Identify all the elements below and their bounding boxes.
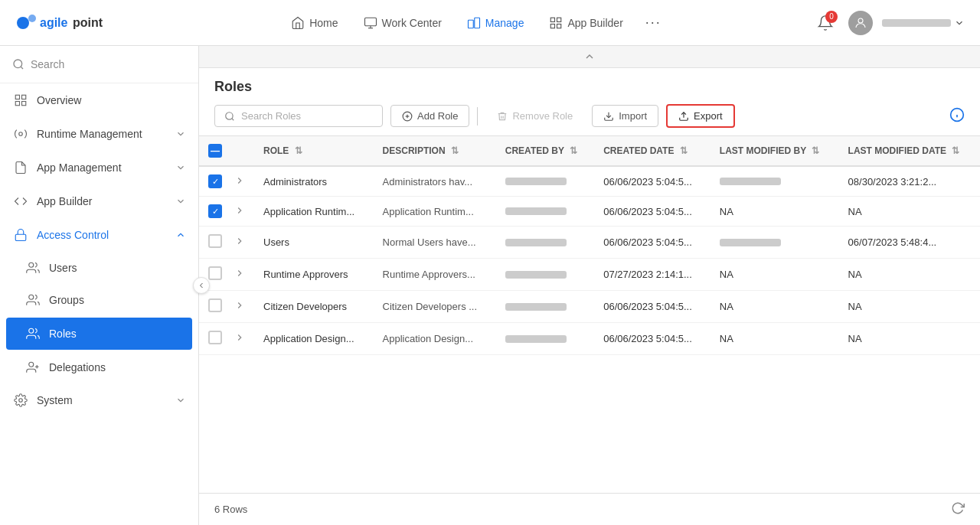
bell-button[interactable]: 0 [812, 9, 839, 37]
role-name: Application Design... [254, 323, 374, 355]
main-content: Roles Search Roles Add Role [199, 46, 980, 525]
svg-point-1 [28, 15, 36, 22]
sort-icon-role[interactable]: ⇅ [295, 145, 302, 156]
nav-home[interactable]: Home [280, 10, 348, 36]
expand-cell[interactable] [231, 227, 254, 259]
svg-rect-17 [22, 95, 26, 99]
last-modified-date: NA [839, 197, 980, 227]
refresh-button[interactable] [951, 501, 965, 517]
table-footer: 6 Rows [199, 493, 980, 525]
export-icon [678, 111, 689, 122]
svg-line-15 [21, 67, 23, 69]
search-roles-box[interactable]: Search Roles [214, 105, 383, 127]
row-checkbox[interactable] [208, 331, 222, 344]
sidebar-item-app-management[interactable]: App Management [0, 151, 198, 184]
sidebar-collapse-button[interactable] [193, 277, 210, 294]
expand-cell[interactable] [231, 291, 254, 323]
svg-point-25 [29, 362, 34, 367]
created-by [496, 291, 594, 323]
import-button[interactable]: Import [592, 105, 658, 127]
sort-icon-last-modified-by[interactable]: ⇅ [812, 145, 819, 156]
sidebar-item-overview[interactable]: Overview [0, 83, 198, 117]
user-avatar[interactable] [848, 11, 873, 35]
row-checkbox[interactable] [208, 298, 222, 312]
sort-icon-last-modified-date[interactable]: ⇅ [952, 145, 959, 156]
add-role-button[interactable]: Add Role [390, 105, 469, 127]
svg-text:agile: agile [40, 16, 68, 29]
row-checkbox[interactable]: ✓ [208, 174, 222, 188]
user-name-blurred [882, 19, 951, 27]
table-row[interactable]: UsersNormal Users have...06/06/2023 5:04… [199, 227, 980, 259]
role-name: Users [254, 227, 374, 259]
last-modified-date: 08/30/2023 3:21:2... [839, 166, 980, 197]
row-checkbox[interactable]: ✓ [208, 204, 222, 218]
table-row[interactable]: ✓AdministratorsAdministrators hav...06/0… [199, 166, 980, 197]
table-row[interactable]: Runtime ApproversRuntime Approvers...07/… [199, 259, 980, 291]
expand-cell[interactable] [231, 197, 254, 227]
sort-icon-created-by[interactable]: ⇅ [570, 145, 577, 156]
sidebar: Search Overview Runtime Management App M… [0, 46, 199, 525]
roles-panel: Roles Search Roles Add Role [199, 68, 980, 525]
svg-text:point: point [73, 16, 103, 29]
sidebar-sub-item-roles[interactable]: Roles [6, 318, 192, 350]
bell-badge: 0 [825, 11, 838, 23]
remove-role-button[interactable]: Remove Role [485, 105, 584, 127]
sidebar-sub-item-delegations[interactable]: Delegations [0, 351, 198, 383]
sidebar-item-system[interactable]: System [0, 383, 198, 417]
created-date: 06/06/2023 5:04:5... [594, 166, 710, 197]
sidebar-sub-item-users[interactable]: Users [0, 252, 198, 284]
role-description: Administrators hav... [374, 166, 496, 197]
svg-rect-12 [551, 24, 555, 28]
delegations-icon [24, 359, 41, 376]
trash-icon [497, 111, 508, 122]
system-icon [12, 392, 29, 409]
expand-cell[interactable] [231, 323, 254, 355]
sidebar-sub-item-groups[interactable]: Groups [0, 284, 198, 316]
last-modified-date: NA [839, 323, 980, 355]
svg-rect-7 [468, 20, 473, 28]
app-management-icon [12, 159, 29, 176]
chevron-down-icon [175, 196, 186, 207]
nav-app-builder[interactable]: App Builder [538, 10, 633, 36]
svg-point-0 [17, 17, 29, 29]
info-button[interactable] [949, 107, 965, 125]
table-row[interactable]: ✓Application Runtim...Application Runtim… [199, 197, 980, 227]
logo[interactable]: agile point [15, 11, 122, 35]
svg-point-23 [29, 295, 34, 299]
row-checkbox[interactable] [208, 266, 222, 280]
role-name: Runtime Approvers [254, 259, 374, 291]
created-date: 06/06/2023 5:04:5... [594, 291, 710, 323]
sort-icon-description[interactable]: ⇅ [451, 145, 459, 156]
chevron-up-icon [583, 51, 596, 63]
nav-right: 0 [812, 9, 965, 37]
created-by [496, 197, 594, 227]
last-modified-by: NA [710, 197, 839, 227]
role-description: Citizen Developers ... [374, 291, 496, 323]
collapse-arrow-top[interactable] [199, 46, 980, 68]
table-row[interactable]: Application Design...Application Design.… [199, 323, 980, 355]
row-checkbox[interactable] [208, 234, 222, 248]
sidebar-item-app-builder[interactable]: App Builder [0, 184, 198, 218]
chevron-left-icon [197, 281, 206, 290]
export-button[interactable]: Export [666, 104, 735, 128]
sort-icon-created-date[interactable]: ⇅ [680, 145, 688, 156]
user-name-area[interactable] [882, 18, 965, 28]
svg-rect-16 [15, 95, 19, 99]
role-name: Citizen Developers [254, 291, 374, 323]
last-modified-by: NA [710, 291, 839, 323]
expand-cell[interactable] [231, 166, 254, 197]
svg-point-20 [19, 132, 23, 136]
expand-cell[interactable] [231, 259, 254, 291]
svg-rect-18 [22, 102, 26, 106]
nav-work-center[interactable]: Work Center [353, 10, 452, 36]
chevron-up-icon [175, 230, 186, 240]
chevron-down-icon [175, 129, 186, 139]
sidebar-search[interactable]: Search [0, 46, 198, 83]
nav-manage[interactable]: Manage [456, 10, 535, 36]
table-row[interactable]: Citizen DevelopersCitizen Developers ...… [199, 291, 980, 323]
sidebar-item-runtime-management[interactable]: Runtime Management [0, 117, 198, 151]
svg-point-29 [226, 112, 233, 119]
nav-more[interactable]: ··· [638, 8, 669, 37]
sidebar-item-access-control[interactable]: Access Control [0, 218, 198, 252]
select-all-checkbox[interactable]: — [208, 144, 222, 158]
